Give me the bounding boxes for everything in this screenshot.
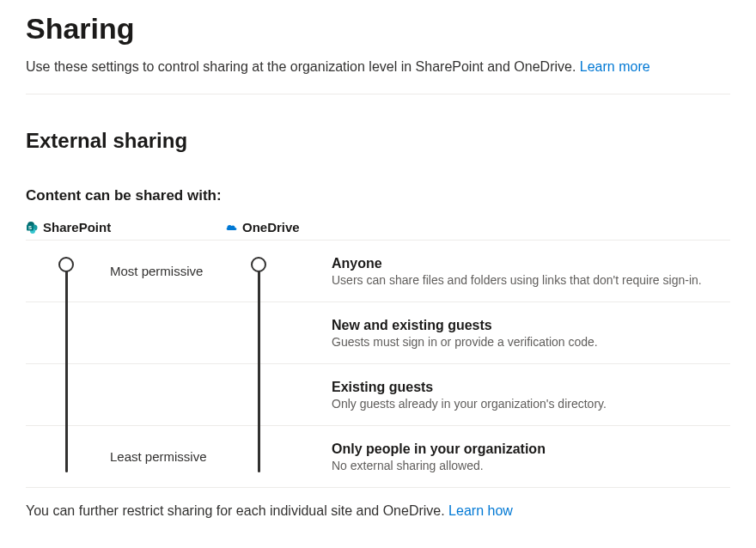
sharing-row-org-only: Least permissive Only people in your org… (26, 426, 730, 488)
level-desc: Existing guests Only guests already in y… (332, 369, 730, 421)
section-divider (26, 94, 730, 94)
page-title: Sharing (26, 12, 730, 46)
level-title-org-only: Only people in your organization (332, 441, 730, 457)
level-desc: New and existing guests Guests must sign… (332, 307, 730, 359)
page-subtitle: Use these settings to control sharing at… (26, 59, 730, 75)
level-text-existing-guests: Only guests already in your organization… (332, 397, 730, 411)
level-desc: Only people in your organization No exte… (332, 431, 730, 483)
onedrive-slider-handle[interactable] (251, 257, 266, 272)
sharepoint-label: SharePoint (43, 220, 111, 234)
footer-text: You can further restrict sharing for eac… (26, 503, 730, 519)
level-title-anyone: Anyone (332, 256, 730, 271)
learn-how-link[interactable]: Learn how (448, 503, 513, 518)
slider-col-sp: Least permissive (26, 449, 225, 464)
least-permissive-label: Least permissive (110, 449, 207, 464)
sharing-row-new-guests: New and existing guests Guests must sign… (26, 302, 730, 364)
onedrive-cloud-icon (225, 221, 239, 234)
most-permissive-label: Most permissive (110, 264, 203, 278)
level-title-new-guests: New and existing guests (332, 318, 730, 333)
onedrive-label: OneDrive (242, 220, 300, 234)
sharepoint-slider-track[interactable] (65, 265, 68, 472)
level-desc: Anyone Users can share files and folders… (332, 246, 730, 297)
slider-col-sp: Most permissive (26, 264, 225, 278)
onedrive-header: OneDrive (225, 220, 332, 234)
sharing-slider-grid: Most permissive Anyone Users can share f… (26, 240, 730, 488)
sharing-row-existing-guests: Existing guests Only guests already in y… (26, 364, 730, 426)
level-text-org-only: No external sharing allowed. (332, 459, 730, 472)
sharepoint-icon: S (26, 221, 40, 234)
onedrive-slider-track[interactable] (258, 265, 260, 472)
sharing-row-anyone: Most permissive Anyone Users can share f… (26, 241, 730, 302)
external-sharing-heading: External sharing (26, 129, 730, 153)
sharepoint-header: S SharePoint (26, 220, 225, 234)
level-text-new-guests: Guests must sign in or provide a verific… (332, 335, 730, 349)
learn-more-link[interactable]: Learn more (580, 59, 650, 74)
level-title-existing-guests: Existing guests (332, 380, 730, 395)
svg-text:S: S (28, 225, 32, 230)
level-text-anyone: Users can share files and folders using … (332, 273, 730, 287)
subtitle-text: Use these settings to control sharing at… (26, 59, 580, 74)
sharepoint-slider-handle[interactable] (58, 257, 74, 272)
product-headers: S SharePoint OneDrive (26, 220, 730, 234)
content-shared-with-label: Content can be shared with: (26, 187, 730, 204)
footer-prefix: You can further restrict sharing for eac… (26, 503, 448, 518)
